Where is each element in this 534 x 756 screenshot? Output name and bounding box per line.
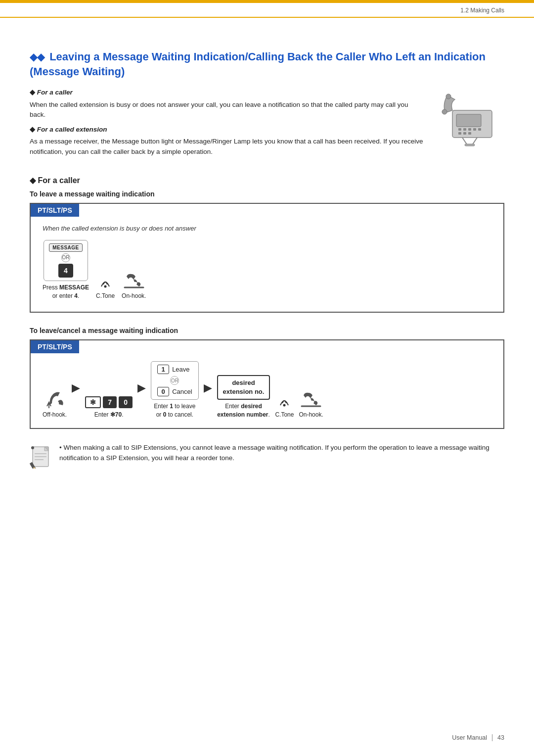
svg-rect-8 bbox=[478, 128, 481, 131]
choice-label: Enter 1 to leaveor 0 to cancel. bbox=[154, 402, 195, 419]
svg-point-2 bbox=[446, 94, 451, 99]
desired-label: Enter desiredextension number. bbox=[217, 402, 270, 419]
intro-text: For a caller When the called extension i… bbox=[30, 88, 423, 162]
step-col-message: MESSAGE OR 4 Press MESSAGEor enter 4. bbox=[43, 240, 89, 300]
offhook-icon bbox=[45, 387, 65, 408]
bullet2-head: For a called extension bbox=[30, 125, 423, 135]
arrow-2: ▶ bbox=[137, 381, 146, 394]
ctone-label-1: C.Tone bbox=[96, 292, 115, 300]
intro-block: For a caller When the called extension i… bbox=[30, 88, 504, 162]
device-box-content-2: Off-hook. ▶ ✻ 7 0 Enter ✻70. ▶ bbox=[31, 353, 503, 428]
choice-box: 1 Leave OR 0 Cancel bbox=[151, 361, 198, 400]
choice-0-num: 0 bbox=[157, 387, 169, 396]
phone-svg bbox=[438, 91, 502, 150]
footer-divider bbox=[492, 734, 492, 741]
section-heading-caller: For a caller bbox=[30, 176, 504, 185]
svg-rect-4 bbox=[458, 128, 461, 131]
bullet1-head: For a caller bbox=[30, 88, 423, 97]
wide-step-flow: Off-hook. ▶ ✻ 7 0 Enter ✻70. ▶ bbox=[43, 361, 491, 419]
title-diamonds: ◆◆ bbox=[30, 51, 44, 62]
bullet1-text: When the called extension is busy or doe… bbox=[30, 100, 423, 120]
step-col-ctone-1: C.Tone bbox=[96, 273, 115, 300]
step-col-desired: desired extension no. Enter desiredexten… bbox=[217, 375, 270, 419]
note-block: • When making a call to SIP Extensions, … bbox=[30, 443, 504, 470]
key-4: 4 bbox=[58, 264, 73, 278]
note-svg bbox=[30, 443, 51, 469]
svg-point-13 bbox=[104, 285, 107, 287]
offhook-label: Off-hook. bbox=[43, 411, 67, 419]
svg-rect-5 bbox=[463, 128, 466, 131]
top-header-bar bbox=[0, 0, 534, 3]
svg-rect-9 bbox=[458, 132, 461, 135]
page-footer: User Manual 43 bbox=[452, 734, 504, 741]
message-key-group: MESSAGE OR 4 bbox=[44, 240, 88, 281]
step-col-star70: ✻ 7 0 Enter ✻70. bbox=[85, 396, 133, 419]
step-col-onhook-1: On-hook. bbox=[122, 272, 146, 300]
step-flow-1: MESSAGE OR 4 Press MESSAGEor enter 4. C.… bbox=[43, 240, 491, 300]
onhook-label-2: On-hook. bbox=[299, 411, 323, 419]
message-key-top: MESSAGE bbox=[49, 243, 83, 252]
or-divider: OR bbox=[170, 376, 179, 385]
svg-rect-10 bbox=[463, 132, 466, 135]
desired-line1: desired bbox=[223, 378, 265, 387]
step-col-choice: 1 Leave OR 0 Cancel Enter 1 to leaveor 0… bbox=[151, 361, 198, 419]
ctone-icon-1 bbox=[97, 273, 113, 289]
choice-row-1: 1 Leave bbox=[157, 365, 192, 374]
step-col-ctone-2: C.Tone bbox=[275, 391, 294, 419]
onhook-icon-2 bbox=[300, 390, 322, 408]
choice-0-text: Cancel bbox=[172, 388, 192, 395]
bullet2-text: As a message receiver, the Message butto… bbox=[30, 137, 423, 157]
onhook-icon-1 bbox=[123, 272, 145, 289]
or-circle-1: OR bbox=[61, 253, 70, 262]
desired-box: desired extension no. bbox=[217, 375, 270, 400]
arrow-3: ▶ bbox=[204, 381, 212, 394]
step-col-offhook: Off-hook. bbox=[43, 387, 67, 419]
step1-label: Press MESSAGEor enter 4. bbox=[43, 284, 89, 300]
footer-page: 43 bbox=[497, 734, 504, 741]
svg-point-15 bbox=[283, 404, 286, 407]
choice-row-0: 0 Cancel bbox=[157, 387, 192, 396]
title-text: Leaving a Message Waiting Indication/Cal… bbox=[30, 50, 486, 78]
note-text: • When making a call to SIP Extensions, … bbox=[59, 443, 504, 464]
sub-heading-leave: To leave a message waiting indication bbox=[30, 190, 504, 198]
note-content: When making a call to SIP Extensions, yo… bbox=[59, 444, 490, 462]
svg-point-24 bbox=[31, 446, 34, 449]
step-col-onhook-2: On-hook. bbox=[299, 390, 323, 419]
device-box-header-1: PT/SLT/PS bbox=[31, 204, 79, 217]
svg-rect-6 bbox=[468, 128, 471, 131]
device-box-2: PT/SLT/PS Off-hook. ▶ bbox=[30, 339, 504, 429]
sub-heading-cancel: To leave/cancel a message waiting indica… bbox=[30, 327, 504, 334]
key-7: 7 bbox=[103, 396, 117, 408]
footer-label: User Manual bbox=[452, 734, 487, 741]
device-box-header-2: PT/SLT/PS bbox=[31, 340, 79, 353]
arrow-1: ▶ bbox=[72, 381, 80, 394]
section-text: 1.2 Making Calls bbox=[460, 7, 504, 14]
onhook-label-1: On-hook. bbox=[122, 292, 146, 300]
phone-illustration bbox=[435, 88, 504, 162]
keys-row-star70: ✻ 7 0 bbox=[85, 396, 133, 408]
ctone-icon-2 bbox=[276, 391, 292, 408]
star70-label: Enter ✻70. bbox=[94, 411, 124, 419]
note-icon bbox=[30, 443, 51, 470]
svg-rect-1 bbox=[456, 114, 481, 127]
svg-rect-7 bbox=[473, 128, 476, 131]
page-title: ◆◆ Leaving a Message Waiting Indication/… bbox=[30, 49, 504, 79]
device-box-1: PT/SLT/PS When the called extension is b… bbox=[30, 203, 504, 313]
device-box-content-1: When the called extension is busy or doe… bbox=[31, 217, 503, 312]
choice-1-text: Leave bbox=[172, 366, 189, 373]
choice-1-num: 1 bbox=[157, 365, 169, 374]
svg-point-3 bbox=[442, 109, 447, 114]
svg-rect-11 bbox=[468, 132, 471, 135]
svg-rect-12 bbox=[465, 144, 475, 146]
italic-note-1: When the called extension is busy or doe… bbox=[43, 225, 491, 232]
key-0: 0 bbox=[119, 396, 133, 408]
ctone-label-2: C.Tone bbox=[275, 411, 294, 419]
desired-line2: extension no. bbox=[223, 387, 265, 396]
star-key: ✻ bbox=[85, 396, 101, 408]
